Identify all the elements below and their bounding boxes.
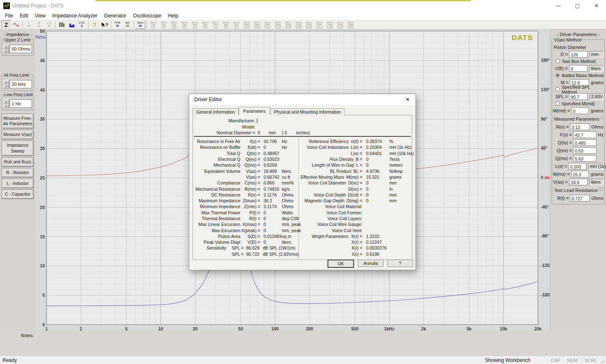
dialog-tab[interactable]: General Information [193,108,239,115]
parameter-value[interactable]: 18.899 [264,169,282,174]
parameter-value[interactable]: 86.629 [246,245,263,250]
parameter-field[interactable]: 15.3 [571,171,589,177]
resize-grip[interactable] [600,358,605,363]
parameter-value[interactable]: 0 [366,180,389,185]
parameter-value[interactable]: 0.04401 [366,151,389,156]
minimize-icon[interactable]: — [549,0,568,12]
menu-item[interactable]: Generator [101,12,130,19]
parameter-value[interactable]: 0.74816 [264,187,282,192]
parameter-value[interactable]: 0.12247 [366,240,389,245]
specified-spl-method-radio[interactable] [555,87,560,92]
hi-freq-limit-spinner[interactable]: ▲ ▼ [3,80,9,88]
parameter-field[interactable]: 0.53 [573,147,596,154]
spinner-up-icon[interactable]: ▲ [3,99,9,104]
parameter-field[interactable]: 18.9 [569,179,588,185]
parameter-value[interactable]: 15.321 [366,175,389,180]
menu-item[interactable]: Edit [16,12,32,19]
close-icon[interactable]: ✕ [587,0,606,12]
piston-diameter-field[interactable]: 126 [569,51,588,58]
ok-button[interactable]: OK [327,260,354,268]
sidebar-action-button[interactable]: C - Capacitor [2,189,34,199]
sidebar-action-button[interactable]: Impedance Sweep [2,141,34,155]
test-lead-resistance-field[interactable]: 0.727 [570,195,589,201]
spinner-down-icon[interactable]: ▼ [3,84,9,88]
hi-freq-limit-field[interactable]: 20 kHz [10,80,32,88]
context-help-icon[interactable]: ? [100,20,110,29]
test-box-volume-field[interactable]: 0 [569,65,588,72]
specified-mmd-radio[interactable] [555,101,560,106]
low-freq-limit-spinner[interactable]: ▲ ▼ [3,99,9,108]
spinner-up-icon[interactable]: ▲ [3,80,9,84]
parameter-value[interactable]: 0 [264,240,282,245]
parameter-value[interactable]: 0.6196 [366,252,389,257]
dialog-tab[interactable]: Physical and Mounting Information [270,108,345,115]
parameter-value[interactable]: 4.9736 [366,169,389,174]
added-mass-method-radio[interactable] [555,73,560,78]
parameter-value[interactable]: 0.865 [264,180,282,185]
parameter-field[interactable]: 0.103 [568,163,586,170]
parameter-value[interactable]: 3.1174 [264,192,282,197]
help-button[interactable]: ? [90,20,100,29]
dialog-close-icon[interactable]: ✕ [400,94,415,105]
parameter-value[interactable]: 0.66742 [264,175,282,180]
parameter-value[interactable]: 0.28374 [366,139,389,144]
low-freq-limit-field[interactable]: 1 Hz [10,99,32,108]
parameter-value[interactable]: 0.48457 [264,151,282,156]
spl-field[interactable]: 90.7 [569,93,588,100]
parameter-value[interactable]: 5.6269 [264,163,282,167]
parameter-value[interactable]: 0 [264,222,282,227]
parameter-value[interactable]: 3.1174 [264,204,282,209]
dialog-title-bar[interactable]: Driver Editor ✕ [189,94,415,105]
parameter-value[interactable]: 0.10304 [366,145,389,150]
phase-button[interactable]: PHAΦ [112,20,122,29]
upper-z-limit-field[interactable]: 50 Ohms [10,45,32,53]
parameter-value[interactable]: 0 [366,157,389,162]
generator-sine-icon[interactable] [11,20,21,29]
parameter-value[interactable]: 0 [366,187,389,192]
parameter-value[interactable]: 0 [264,216,282,221]
cancel-button[interactable]: Annulla [358,260,384,267]
parameter-value[interactable]: 36.2 [264,198,282,203]
parameter-field[interactable]: 0.485 [573,139,596,146]
parameter-field[interactable]: 43.7 [573,131,596,138]
mmd-field[interactable]: 0 [571,107,589,114]
sidebar-action-button[interactable]: Measure V(as) [2,130,34,139]
spinner-down-icon[interactable]: ▼ [3,104,9,108]
parameter-value[interactable]: 0 [366,163,389,167]
nominal-diameter-value[interactable]: 0 [258,130,269,135]
parameter-field[interactable]: 5.63 [573,155,596,162]
menu-item[interactable]: Help [165,12,182,19]
parameter-field[interactable]: 3.12 [570,124,589,130]
real-imaginary-button[interactable]: REIM [122,20,132,29]
parameter-value[interactable]: 0.0030276 [366,245,389,250]
parameter-value[interactable]: 0 [264,210,282,215]
menu-item[interactable]: Impedance Analyzer [49,12,101,19]
log-z-button[interactable]: LOGZ [77,20,87,29]
parameter-value[interactable]: 0.53023 [264,157,282,162]
sidebar-action-button[interactable]: Rub and Buzz [2,157,34,167]
impedance-mode-button[interactable]: Z [1,20,11,29]
histogram-icon[interactable] [67,20,77,29]
parameter-value[interactable]: 90.722 [246,252,263,257]
parameter-value[interactable]: 0 [366,198,389,203]
notes-area[interactable]: Notes: [0,330,606,356]
dialog-tab[interactable]: Parameters [239,107,270,115]
sidebar-action-button[interactable]: L - Inductor [2,179,34,188]
comb-bars-icon[interactable] [57,20,67,29]
sidebar-action-button[interactable]: Measure Free-Air Parameters [2,114,34,129]
sidebar-action-button[interactable]: R - Resistor [2,168,34,177]
spinner-up-icon[interactable]: ▲ [3,45,9,49]
menu-item[interactable]: File [2,12,16,19]
maximize-icon[interactable]: ▢ [568,0,587,12]
menu-item[interactable]: View [32,12,49,19]
parameter-value[interactable]: 0 [366,192,389,197]
dialog-help-button[interactable]: ? [387,260,413,267]
test-box-method-radio[interactable] [555,59,560,63]
parameter-value[interactable]: 43.706 [264,139,282,144]
upper-z-limit-spinner[interactable]: ▲ ▼ [3,45,9,53]
menu-item[interactable]: Oscilloscope [130,12,165,19]
parameter-value[interactable]: 0.012469 [264,234,282,239]
parameter-value[interactable]: 1.3102 [366,234,389,239]
parameter-value[interactable]: 0 [264,145,282,150]
spinner-down-icon[interactable]: ▼ [3,49,9,53]
